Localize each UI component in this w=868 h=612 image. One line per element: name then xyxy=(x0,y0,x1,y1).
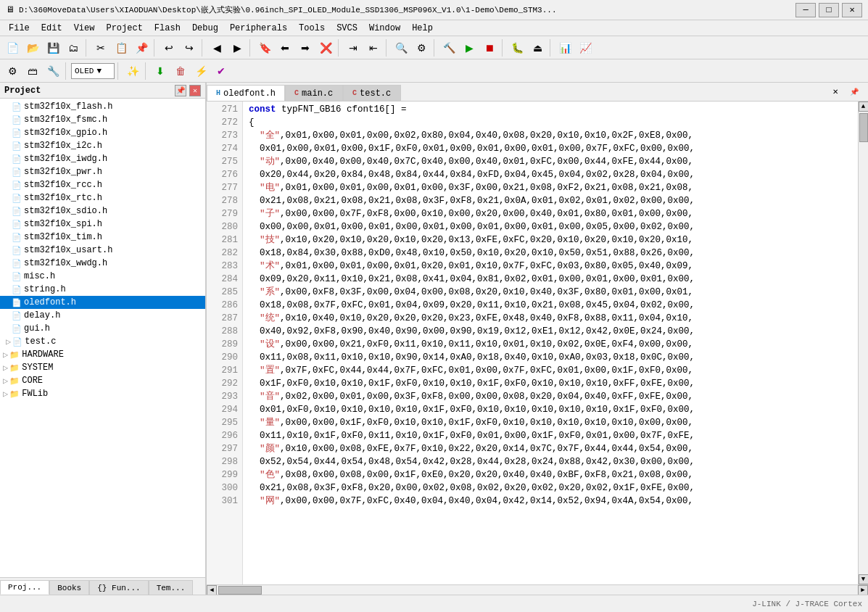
h-scroll-track[interactable] xyxy=(217,585,858,595)
debug-start-button[interactable]: 🐛 xyxy=(508,38,526,57)
file-icon-oledfont: 📄 xyxy=(12,298,22,307)
menu-help[interactable]: Help xyxy=(406,22,439,35)
tree-label-rtc: stm32f10x_rtc.h xyxy=(24,193,102,203)
tree-file-rcc[interactable]: 📄 stm32f10x_rcc.h xyxy=(0,178,205,191)
erase-button[interactable]: 🗑 xyxy=(171,62,190,80)
minimize-button[interactable]: — xyxy=(795,3,816,17)
tree-file-iwdg[interactable]: 📄 stm32f10x_iwdg.h xyxy=(0,152,205,165)
settings-button[interactable]: ⚙ xyxy=(412,38,431,57)
program-button[interactable]: ⚡ xyxy=(191,62,210,80)
copy-button[interactable]: 📋 xyxy=(112,38,131,57)
tree-file-misc[interactable]: 📄 misc.h xyxy=(0,270,205,283)
menu-svcs[interactable]: SVCS xyxy=(331,22,363,35)
build-button[interactable]: 🔨 xyxy=(439,38,458,57)
stop-button[interactable]: ⏹ xyxy=(480,38,499,57)
tab-oledfont[interactable]: H oledfont.h xyxy=(207,85,285,101)
line-numbers: 271 272 273 274 275 276 277 278 279 280 … xyxy=(207,102,243,584)
tree-folder-core[interactable]: ▷ 📁 CORE xyxy=(0,374,205,387)
tree-file-gui[interactable]: 📄 gui.h xyxy=(0,322,205,335)
undo-button[interactable]: ↩ xyxy=(160,38,178,57)
debug-stop-button[interactable]: ⏏ xyxy=(528,38,547,57)
cut-button[interactable]: ✂ xyxy=(91,38,110,57)
redo-button[interactable]: ↪ xyxy=(180,38,199,57)
menu-debug[interactable]: Debug xyxy=(186,22,224,35)
tree-file-flash[interactable]: 📄 stm32f10x_flash.h xyxy=(0,100,205,113)
tree-file-delay[interactable]: 📄 delay.h xyxy=(0,309,205,322)
extra-button-2[interactable]: 📈 xyxy=(576,38,595,57)
menu-file[interactable]: File xyxy=(3,22,36,35)
new-file-button[interactable]: 📄 xyxy=(3,38,22,57)
bookmark-button[interactable]: 🔖 xyxy=(255,38,274,57)
tree-file-rtc[interactable]: 📄 stm32f10x_rtc.h xyxy=(0,191,205,204)
file-icon-i2c: 📄 xyxy=(12,141,22,151)
h-scroll-thumb[interactable] xyxy=(218,586,262,595)
panel-pin-button[interactable]: 📌 xyxy=(175,85,186,96)
menu-tools[interactable]: Tools xyxy=(293,22,331,35)
toolbar-sep-4 xyxy=(249,39,252,57)
pin-tab-button[interactable]: 📌 xyxy=(845,83,864,101)
nav-back-button[interactable]: ◀ xyxy=(207,38,226,57)
menu-flash[interactable]: Flash xyxy=(149,22,186,35)
verify-button[interactable]: ✔ xyxy=(212,62,231,80)
h-scroll-left-arrow[interactable]: ◀ xyxy=(207,585,217,595)
menu-view[interactable]: View xyxy=(68,22,101,35)
tree-folder-fwlib[interactable]: ▷ 📁 FWLib xyxy=(0,387,205,400)
tree-file-gpio[interactable]: 📄 stm32f10x_gpio.h xyxy=(0,126,205,139)
panel-tab-fun[interactable]: {} Fun... xyxy=(89,580,148,595)
tree-file-tim[interactable]: 📄 stm32f10x_tim.h xyxy=(0,231,205,244)
panel-tab-books[interactable]: Books xyxy=(49,580,89,595)
target-dropdown[interactable]: OLED ▼ xyxy=(71,63,115,79)
menu-edit[interactable]: Edit xyxy=(36,22,68,35)
tree-file-i2c[interactable]: 📄 stm32f10x_i2c.h xyxy=(0,139,205,152)
scroll-down-arrow[interactable]: ▼ xyxy=(859,574,869,584)
scroll-thumb[interactable] xyxy=(859,113,868,142)
bm-prev-button[interactable]: ⬅ xyxy=(276,38,294,57)
open-file-button[interactable]: 📂 xyxy=(23,38,42,57)
close-button[interactable]: ✕ xyxy=(842,3,862,17)
tree-file-sdio[interactable]: 📄 stm32f10x_sdio.h xyxy=(0,204,205,218)
target-options-button[interactable]: ⚙ xyxy=(3,62,22,80)
editor-scrollbar[interactable]: ▲ ▼ xyxy=(858,102,868,584)
indent-button[interactable]: ⇥ xyxy=(344,38,363,57)
scroll-up-arrow[interactable]: ▲ xyxy=(859,102,869,112)
tree-file-usart[interactable]: 📄 stm32f10x_usart.h xyxy=(0,244,205,257)
maximize-button[interactable]: □ xyxy=(819,3,839,17)
tab-mainc[interactable]: C main.c xyxy=(285,85,343,101)
tree-file-string[interactable]: 📄 string.h xyxy=(0,283,205,296)
nav-fwd-button[interactable]: ▶ xyxy=(228,38,247,57)
magic-button[interactable]: ✨ xyxy=(123,62,142,80)
h-scroll-right-arrow[interactable]: ▶ xyxy=(858,585,868,595)
tab-testc[interactable]: C test.c xyxy=(343,85,401,101)
panel-tab-tem[interactable]: Tem... xyxy=(149,580,194,595)
tree-file-wwdg[interactable]: 📄 stm32f10x_wwdg.h xyxy=(0,257,205,270)
find-button[interactable]: 🔍 xyxy=(392,38,410,57)
save-button[interactable]: 💾 xyxy=(44,38,62,57)
tree-folder-system[interactable]: ▷ 📁 SYSTEM xyxy=(0,361,205,374)
tree-file-testc[interactable]: ▷ 📄 test.c xyxy=(0,335,205,348)
tree-file-spi[interactable]: 📄 stm32f10x_spi.h xyxy=(0,218,205,231)
run-button[interactable]: ▶ xyxy=(460,38,479,57)
close-tab-area-button[interactable]: ✕ xyxy=(826,83,845,101)
download-button[interactable]: ⬇ xyxy=(151,62,170,80)
manage-button[interactable]: 🗃 xyxy=(23,62,42,80)
panel-close-button[interactable]: ✕ xyxy=(189,85,201,96)
panel-tab-proj[interactable]: Proj... xyxy=(0,580,49,595)
code-content[interactable]: const typFNT_GB16 cfont16[] = { "全",0x01… xyxy=(243,102,858,584)
tree-folder-hardware[interactable]: ▷ 📁 HARDWARE xyxy=(0,348,205,361)
build2-button[interactable]: 🔧 xyxy=(44,62,62,80)
tree-file-oledfont[interactable]: 📄 oledfont.h xyxy=(0,296,205,309)
paste-button[interactable]: 📌 xyxy=(132,38,151,57)
tree-file-pwr[interactable]: 📄 stm32f10x_pwr.h xyxy=(0,165,205,178)
menu-window[interactable]: Window xyxy=(363,22,406,35)
menu-project[interactable]: Project xyxy=(100,22,148,35)
file-tree[interactable]: 📄 stm32f10x_flash.h 📄 stm32f10x_fsmc.h 📄… xyxy=(0,99,205,577)
extra-button-1[interactable]: 📊 xyxy=(555,38,574,57)
tree-label-gui: gui.h xyxy=(24,323,50,334)
code-editor[interactable]: 271 272 273 274 275 276 277 278 279 280 … xyxy=(207,102,868,584)
bm-next-button[interactable]: ➡ xyxy=(296,38,315,57)
save-all-button[interactable]: 🗂 xyxy=(64,38,83,57)
menu-peripherals[interactable]: Peripherals xyxy=(224,22,293,35)
unindent-button[interactable]: ⇤ xyxy=(364,38,383,57)
tree-file-fsmc[interactable]: 📄 stm32f10x_fsmc.h xyxy=(0,113,205,126)
bm-clear-button[interactable]: ❌ xyxy=(316,38,335,57)
